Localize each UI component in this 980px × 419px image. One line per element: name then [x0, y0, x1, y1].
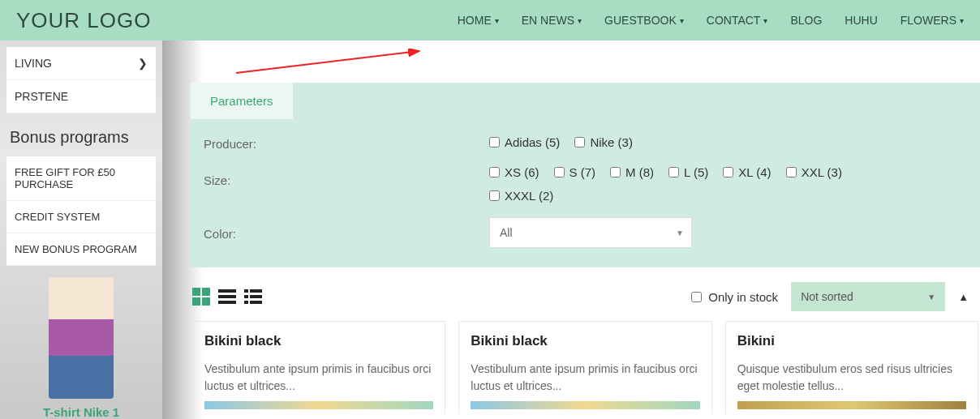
bonus-item-new-program[interactable]: NEW BONUS PROGRAM: [6, 233, 156, 266]
tab-parameters[interactable]: Parameters: [191, 83, 293, 119]
product-image: [471, 401, 699, 409]
svg-line-0: [236, 51, 419, 73]
filter-row-color: Color: All ▼: [197, 217, 964, 248]
checkbox[interactable]: [489, 167, 500, 177]
svg-rect-12: [244, 301, 248, 304]
toolbar: Only in stock Not sorted ▼ ▲: [191, 267, 980, 321]
option-label: Nike (3): [590, 135, 633, 149]
nav-label: HUHU: [845, 14, 877, 27]
svg-rect-11: [250, 295, 262, 298]
nav-label: CONTACT: [707, 14, 761, 27]
nav-label: EN NEWS: [522, 14, 574, 27]
option-label: XS (6): [505, 165, 539, 179]
bonus-section-title: Bonus programs: [6, 113, 156, 156]
filter-option-xs[interactable]: XS (6): [489, 165, 539, 179]
only-in-stock-checkbox[interactable]: Only in stock: [691, 290, 778, 304]
header: YOUR LOGO HOME▾ EN NEWS▾ GUESTBOOK▾ CONT…: [0, 0, 980, 41]
nav-blog[interactable]: BLOG: [790, 14, 822, 27]
color-select[interactable]: All ▼: [489, 217, 692, 248]
product-description: Vestibulum ante ipsum primis in faucibus…: [471, 361, 699, 395]
nav-flowers[interactable]: FLOWERS▾: [900, 14, 964, 27]
checkbox[interactable]: [668, 167, 679, 177]
checkbox[interactable]: [691, 292, 702, 302]
svg-rect-5: [218, 289, 236, 293]
svg-rect-2: [202, 288, 210, 296]
filter-option-xl[interactable]: XL (4): [723, 165, 771, 179]
product-card[interactable]: Bikini Quisque vestibulum eros sed risus…: [725, 321, 978, 414]
select-value: All: [489, 217, 692, 248]
arrow-annotation-icon: [234, 49, 429, 76]
only-stock-label: Only in stock: [708, 290, 778, 304]
product-title: Bikini black: [204, 333, 433, 349]
product-grid: Bikini black Vestibulum ante ipsum primi…: [191, 321, 980, 414]
svg-rect-8: [244, 289, 248, 293]
sort-select[interactable]: Not sorted ▼: [791, 282, 945, 311]
filter-options-size: XS (6) S (7) M (8) L (5) XL (4) XXL (3) …: [489, 165, 964, 203]
option-label: XXXL (2): [505, 189, 553, 203]
view-grid-icon[interactable]: [192, 288, 210, 306]
sidebar-item-living[interactable]: LIVING ❯: [6, 47, 156, 80]
tab-header: Parameters: [191, 83, 980, 119]
checkbox[interactable]: [554, 167, 565, 177]
logo[interactable]: YOUR LOGO: [16, 8, 151, 33]
svg-rect-7: [218, 301, 236, 304]
filter-option-l[interactable]: L (5): [668, 165, 708, 179]
product-card[interactable]: Bikini black Vestibulum ante ipsum primi…: [458, 321, 711, 414]
product-description: Quisque vestibulum eros sed risus ultric…: [737, 361, 966, 395]
filter-option-adidas[interactable]: Adidas (5): [489, 135, 560, 149]
collapse-up-icon[interactable]: ▲: [958, 291, 969, 303]
chevron-down-icon: ▾: [680, 16, 684, 25]
chevron-down-icon: ▾: [763, 16, 767, 25]
filter-option-m[interactable]: M (8): [610, 165, 654, 179]
filter-option-xxl[interactable]: XXL (3): [786, 165, 842, 179]
nav-label: BLOG: [790, 14, 822, 27]
bonus-item-credit[interactable]: CREDIT SYSTEM: [6, 201, 156, 233]
option-label: XL (4): [738, 165, 771, 179]
svg-rect-6: [218, 295, 236, 298]
chevron-down-icon: ▾: [495, 16, 499, 25]
checkbox[interactable]: [786, 167, 797, 177]
view-detail-icon[interactable]: [244, 288, 262, 306]
nav-en-news[interactable]: EN NEWS▾: [522, 14, 582, 27]
nav-huhu[interactable]: HUHU: [845, 14, 877, 27]
svg-rect-1: [192, 288, 200, 296]
sidebar: LIVING ❯ PRSTENE Bonus programs FREE GIF…: [0, 41, 162, 419]
option-label: M (8): [625, 165, 654, 179]
svg-rect-4: [202, 297, 210, 306]
filter-option-xxxl[interactable]: XXXL (2): [489, 189, 964, 203]
chevron-down-icon: ▾: [578, 16, 582, 25]
top-gap: [191, 41, 980, 83]
filter-panel: Parameters Producer: Adidas (5) Nike (3)…: [191, 83, 980, 267]
promo-title: T-shirt Nike 1: [6, 405, 156, 419]
nav-contact[interactable]: CONTACT▾: [707, 14, 768, 27]
checkbox[interactable]: [723, 167, 733, 177]
svg-rect-9: [250, 289, 262, 293]
view-mode-group: [192, 288, 262, 306]
chevron-down-icon: ▼: [927, 293, 935, 301]
checkbox[interactable]: [610, 167, 621, 177]
product-title: Bikini: [737, 333, 966, 349]
product-card[interactable]: Bikini black Vestibulum ante ipsum primi…: [192, 321, 445, 414]
product-title: Bikini black: [471, 333, 699, 349]
sidebar-item-prstene[interactable]: PRSTENE: [6, 80, 156, 113]
svg-rect-10: [244, 295, 248, 298]
container: LIVING ❯ PRSTENE Bonus programs FREE GIF…: [0, 41, 980, 419]
checkbox[interactable]: [489, 137, 500, 148]
nav-guestbook[interactable]: GUESTBOOK▾: [604, 14, 684, 27]
checkbox[interactable]: [489, 190, 500, 201]
bonus-item-free-gift[interactable]: FREE GIFT FOR £50 PURCHASE: [6, 156, 156, 201]
product-description: Vestibulum ante ipsum primis in faucibus…: [204, 361, 433, 395]
svg-rect-13: [250, 301, 262, 304]
filter-option-nike[interactable]: Nike (3): [574, 135, 633, 149]
sidebar-item-label: LIVING: [15, 57, 52, 70]
filter-body: Producer: Adidas (5) Nike (3) Size: XS (…: [191, 119, 980, 267]
checkbox[interactable]: [574, 137, 585, 148]
sidebar-item-label: PRSTENE: [15, 90, 68, 103]
filter-option-s[interactable]: S (7): [554, 165, 596, 179]
nav-home[interactable]: HOME▾: [458, 14, 499, 27]
nav-label: FLOWERS: [900, 14, 956, 27]
svg-rect-3: [192, 297, 200, 306]
promo-block[interactable]: T-shirt Nike 1: [6, 277, 156, 419]
view-list-icon[interactable]: [218, 288, 236, 306]
chevron-right-icon: ❯: [138, 57, 148, 70]
